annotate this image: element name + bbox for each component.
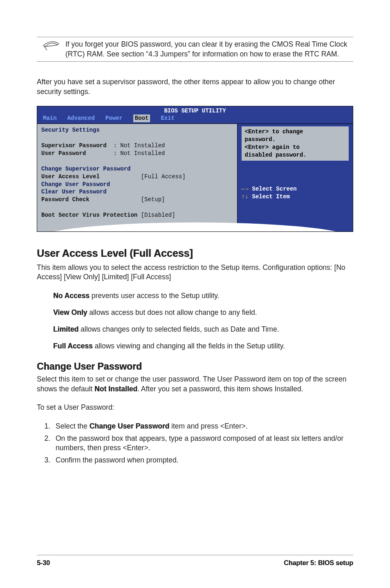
- row-change-supervisor[interactable]: Change Supervisor Password: [41, 166, 130, 172]
- page-footer: 5-30 Chapter 5: BIOS setup: [37, 555, 353, 568]
- note-icon: [37, 40, 65, 58]
- arrows-ud-icon: ↑↓: [242, 193, 252, 201]
- cup-steps: Select the Change User Password item and…: [37, 422, 353, 465]
- row-password-check[interactable]: Password Check [Setup]: [41, 196, 165, 203]
- chapter-label: Chapter 5: BIOS setup: [284, 559, 353, 568]
- ual-opt-view-only: View Only allows access but does not all…: [53, 308, 353, 318]
- note-callout: If you forget your BIOS password, you ca…: [37, 37, 353, 62]
- ual-opt-no-access: No Access prevents user access to the Se…: [53, 291, 353, 301]
- heading-change-user-password: Change User Password: [37, 360, 353, 373]
- intro-paragraph: After you have set a supervisor password…: [37, 77, 353, 97]
- cup-paragraph-2: To set a User Password:: [37, 403, 353, 413]
- cup-step-1: Select the Change User Password item and…: [52, 422, 353, 431]
- ual-opt-limited: Limited allows changes only to selected …: [53, 325, 353, 334]
- row-change-user[interactable]: Change User Password: [41, 181, 110, 188]
- ual-description: This item allows you to select the acces…: [37, 263, 353, 282]
- ual-opt-full-access: Full Access allows viewing and changing …: [53, 341, 353, 351]
- arrows-lr-icon: ←→: [242, 185, 252, 193]
- bios-title: BIOS SETUP UTILITY: [37, 106, 353, 115]
- bios-tab-main[interactable]: Main: [43, 114, 57, 122]
- bios-help-text: <Enter> to change password. <Enter> agai…: [242, 126, 349, 161]
- cup-step-2: On the password box that appears, type a…: [52, 434, 353, 453]
- bios-tab-bar: Main Advanced Power Boot Exit: [37, 114, 353, 123]
- bios-tab-boot[interactable]: Boot: [133, 114, 150, 122]
- cup-step-3: Confirm the password when prompted.: [52, 456, 353, 465]
- row-clear-user[interactable]: Clear User Password: [41, 189, 107, 195]
- bios-section-title: Security Settings: [41, 127, 100, 133]
- row-boot-sector[interactable]: Boot Sector Virus Protection [Disabled]: [41, 212, 175, 218]
- bios-tab-exit[interactable]: Exit: [161, 114, 175, 122]
- bios-tab-advanced[interactable]: Advanced: [67, 114, 95, 122]
- row-supervisor: Supervisor Password : Not Installed: [41, 142, 165, 149]
- heading-user-access-level: User Access Level (Full Access]: [37, 247, 353, 260]
- bios-right-pane: <Enter> to change password. <Enter> agai…: [238, 123, 353, 231]
- row-user: User Password : Not Installed: [41, 150, 165, 157]
- cup-paragraph-1: Select this item to set or change the us…: [37, 375, 353, 394]
- bios-screenshot: BIOS SETUP UTILITY Main Advanced Power B…: [37, 106, 353, 232]
- bios-nav-keys: ←→Select Screen ↑↓Select Item: [242, 185, 349, 201]
- bios-left-pane: Security Settings Supervisor Password : …: [37, 123, 238, 231]
- note-text: If you forget your BIOS password, you ca…: [65, 40, 353, 59]
- row-user-access-level[interactable]: User Access Level [Full Access]: [41, 173, 186, 180]
- bios-tab-power[interactable]: Power: [105, 114, 123, 122]
- page-number: 5-30: [37, 559, 50, 568]
